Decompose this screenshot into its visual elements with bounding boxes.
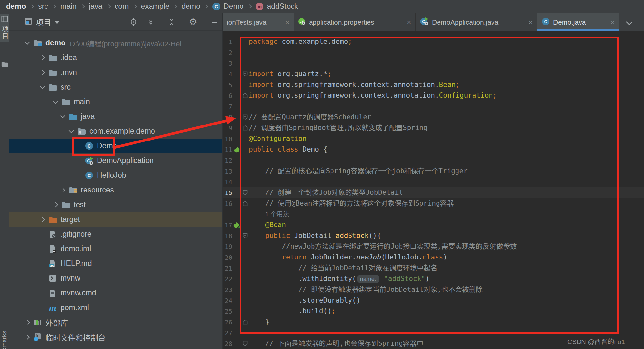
- tree-item-demo[interactable]: demoD:\00编程(programme)\java\02-Hel: [9, 36, 223, 50]
- breadcrumb-label: main: [60, 2, 77, 11]
- close-icon[interactable]: ×: [407, 19, 411, 25]
- breadcrumb-item-demo[interactable]: demo: [6, 2, 26, 11]
- breadcrumb-item-main[interactable]: main: [60, 2, 77, 11]
- annotation-arrow: [108, 108, 245, 157]
- line-number: 5: [223, 81, 232, 89]
- tree-item-临时文件和控制台[interactable]: 临时文件和控制台: [9, 330, 223, 344]
- tree-item-mvnw.cmd[interactable]: mvnw.cmd: [9, 286, 223, 300]
- tree-item-label: src: [61, 83, 71, 91]
- folder-icon: [61, 201, 71, 208]
- tab-ionTests.java[interactable]: ionTests.java×: [223, 13, 294, 31]
- folder-excluded-icon: [48, 216, 58, 223]
- line-number: 26: [223, 319, 232, 326]
- chevron-down-icon[interactable]: [50, 101, 61, 103]
- svg-text:C: C: [544, 19, 547, 24]
- tree-item-label: test: [74, 200, 86, 209]
- minus-icon: [212, 22, 217, 23]
- tree-item-HELP.md[interactable]: MDHELP.md: [9, 256, 223, 271]
- hide-panel-button[interactable]: [210, 18, 219, 26]
- tree-item-pom.xml[interactable]: mpom.xml: [9, 300, 223, 315]
- chevron-right-icon[interactable]: [50, 203, 61, 207]
- breadcrumb-item-src[interactable]: src: [38, 2, 48, 11]
- close-icon[interactable]: ×: [285, 19, 289, 25]
- tree-item-target[interactable]: target: [9, 212, 223, 227]
- tree-item-label: resources: [81, 186, 114, 194]
- tree-item-label: demo: [45, 39, 65, 47]
- watermark: CSDN @西晋的no1: [567, 337, 625, 346]
- breadcrumb-item-addStock[interactable]: maddStock: [256, 2, 298, 11]
- line-number: 17: [223, 222, 232, 229]
- settings-button[interactable]: ⚙: [189, 18, 197, 26]
- tool-window-button-bookmarks[interactable]: okmarks: [1, 331, 8, 349]
- tree-item-.gitignore[interactable]: .gitignore: [9, 227, 223, 241]
- fold-marker-icon[interactable]: [241, 341, 249, 346]
- tree-item-label: java: [81, 112, 95, 121]
- collapse-all-button[interactable]: [168, 18, 176, 26]
- close-icon[interactable]: ×: [611, 19, 615, 25]
- chevron-right-icon[interactable]: [22, 321, 33, 324]
- tab-Demo.java[interactable]: CDemo.java×: [537, 13, 619, 31]
- project-panel-toolbar: 项目 ⚙: [9, 13, 222, 31]
- class-icon: C: [84, 171, 94, 179]
- chevron-down-icon[interactable]: [65, 130, 77, 132]
- line-number: 20: [223, 254, 232, 261]
- breadcrumb: demosrcmainjavacomexampledemoCDemomaddSt…: [6, 2, 298, 11]
- project-panel: 项目 ⚙ demoD:\00编程(programme)\java\02-Hel.…: [9, 13, 223, 349]
- tree-item-mvnw[interactable]: mvnw: [9, 271, 223, 286]
- chevron-right-icon[interactable]: [57, 188, 68, 192]
- tree-item-label: .idea: [61, 53, 77, 62]
- breadcrumb-item-example[interactable]: example: [141, 2, 170, 11]
- line-number: 13: [223, 168, 232, 175]
- tree-item-resources[interactable]: resources: [9, 183, 223, 197]
- line-number: 19: [223, 243, 232, 250]
- folder-icon[interactable]: [1, 61, 8, 68]
- tree-item-demo.iml[interactable]: demo.iml: [9, 241, 223, 256]
- chevron-right-icon[interactable]: [37, 218, 48, 221]
- tree-item-.idea[interactable]: .idea: [9, 50, 223, 65]
- tree-item-.mvn[interactable]: .mvn: [9, 65, 223, 80]
- line-number: 22: [223, 275, 232, 283]
- collapse-all-icon: [168, 18, 176, 26]
- tool-window-stripe: 项目 okmarks: [0, 13, 9, 349]
- tree-item-label: 临时文件和控制台: [45, 332, 106, 343]
- chevron-right-icon[interactable]: [22, 335, 33, 339]
- line-number: 23: [223, 286, 232, 293]
- breadcrumb-item-com[interactable]: com: [115, 2, 129, 11]
- breadcrumb-item-java[interactable]: java: [89, 2, 102, 11]
- breadcrumb-item-Demo[interactable]: CDemo: [212, 2, 243, 11]
- tab-DemoApplication.java[interactable]: CDemoApplication.java×: [416, 13, 537, 31]
- chevron-down-icon[interactable]: [57, 116, 68, 118]
- tree-item-main[interactable]: main: [9, 94, 223, 109]
- project-path: D:\00编程(programme)\java\02-Hel: [70, 38, 181, 48]
- libraries-icon: [33, 319, 43, 326]
- breadcrumb-separator-icon: [106, 4, 111, 8]
- tool-window-button-project[interactable]: 项目: [0, 14, 9, 42]
- tree-item-test[interactable]: test: [9, 197, 223, 212]
- line-number: 2: [223, 49, 232, 56]
- tree-item-src[interactable]: src: [9, 80, 223, 94]
- tab-application.properties[interactable]: application.properties×: [294, 13, 416, 31]
- svg-text:MD: MD: [50, 264, 54, 267]
- tree-item-HelloJob[interactable]: CHelloJob: [9, 168, 223, 183]
- file-ignored-icon: [48, 230, 58, 238]
- breadcrumb-item-demo[interactable]: demo: [181, 2, 200, 11]
- chevron-right-icon[interactable]: [37, 56, 48, 59]
- gear-icon: ⚙: [189, 18, 197, 26]
- stripe-project-label: 项目: [0, 26, 9, 40]
- class-boot-icon: C: [420, 17, 429, 27]
- file-md-icon: MD: [48, 260, 58, 268]
- tab-label: Demo.java: [553, 18, 586, 26]
- project-view-selector[interactable]: 项目: [25, 13, 59, 31]
- chevron-down-icon[interactable]: [37, 86, 48, 88]
- breadcrumb-label: addStock: [267, 2, 298, 11]
- expand-all-button[interactable]: [146, 18, 155, 26]
- tree-item-label: HelloJob: [97, 171, 126, 180]
- tree-item-外部库[interactable]: 外部库: [9, 315, 223, 330]
- close-icon[interactable]: ×: [529, 19, 533, 25]
- folder-icon: [48, 69, 58, 76]
- locate-file-button[interactable]: [129, 18, 138, 26]
- chevron-right-icon[interactable]: [37, 71, 48, 74]
- breadcrumb-label: src: [38, 2, 48, 11]
- breadcrumb-label: com: [115, 2, 129, 11]
- chevron-down-icon[interactable]: [22, 42, 33, 44]
